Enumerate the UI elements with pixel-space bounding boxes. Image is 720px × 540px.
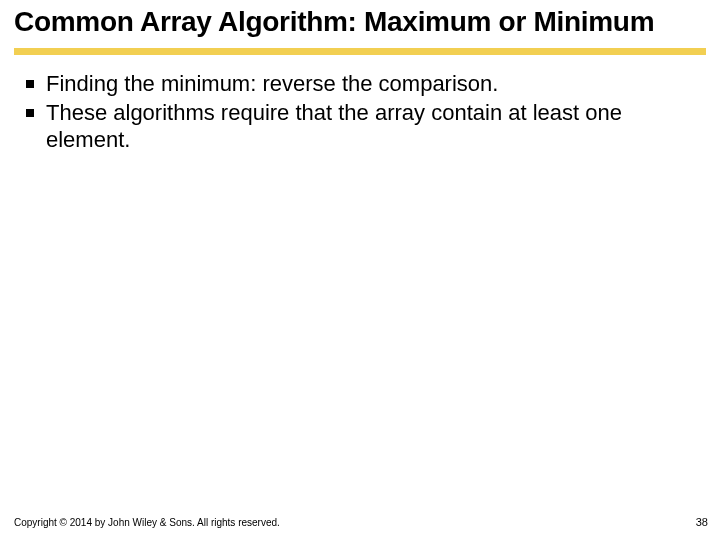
list-item: These algorithms require that the array … xyxy=(22,100,698,154)
slide-title: Common Array Algorithm: Maximum or Minim… xyxy=(0,0,720,42)
slide: Common Array Algorithm: Maximum or Minim… xyxy=(0,0,720,540)
bullet-text: These algorithms require that the array … xyxy=(46,100,622,152)
copyright-footer: Copyright © 2014 by John Wiley & Sons. A… xyxy=(14,517,280,528)
slide-body: Finding the minimum: reverse the compari… xyxy=(0,55,720,153)
bullet-icon xyxy=(26,109,34,117)
title-underline xyxy=(14,48,706,55)
bullet-icon xyxy=(26,80,34,88)
bullet-text: Finding the minimum: reverse the compari… xyxy=(46,71,498,96)
bullet-list: Finding the minimum: reverse the compari… xyxy=(22,71,698,153)
list-item: Finding the minimum: reverse the compari… xyxy=(22,71,698,98)
page-number: 38 xyxy=(696,516,708,528)
